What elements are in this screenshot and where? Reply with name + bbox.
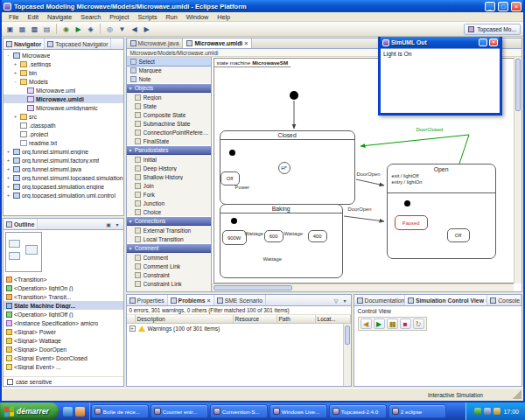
navigator-tree-item[interactable]: + org.funnel.simuml.engine — [4, 147, 123, 156]
palette-item[interactable]: Initial — [127, 155, 211, 164]
navigator-tree-item[interactable]: Microwave.uml — [4, 86, 123, 94]
maximize-button[interactable] — [498, 2, 508, 11]
tab-problems[interactable]: Problems — [168, 295, 214, 305]
resize-grip-icon[interactable] — [513, 390, 522, 399]
navigator-tree-item[interactable]: .project — [4, 130, 123, 138]
outline-item[interactable]: <Transition> Transit... — [4, 292, 123, 301]
column-description[interactable]: Description — [136, 315, 234, 323]
baking-initial-dot[interactable] — [231, 218, 237, 224]
debug-icon[interactable]: ◉ — [60, 24, 72, 35]
menu-item[interactable]: Help — [213, 13, 234, 21]
expander-icon[interactable]: + — [5, 192, 11, 198]
sim-run-icon[interactable]: ▶ — [374, 318, 385, 329]
palette-item[interactable]: Shallow History — [127, 172, 211, 181]
forward-icon[interactable]: ▶ — [141, 24, 152, 35]
column-path[interactable]: Path — [277, 315, 316, 323]
palette-item[interactable]: Local Transition — [127, 234, 211, 243]
palette-section-comment[interactable]: Comment — [127, 243, 211, 253]
save-icon[interactable]: ▦ — [17, 24, 28, 35]
palette-item[interactable]: Comment Link — [127, 262, 211, 270]
new-wizard-icon[interactable]: ▣ — [4, 24, 16, 35]
menu-item[interactable]: Edit — [24, 13, 43, 21]
outline-item[interactable]: <Signal> DoorOpen — [4, 345, 123, 354]
palette-tool[interactable]: Marquee — [127, 66, 211, 74]
expander-icon[interactable]: + — [5, 184, 11, 189]
outline-item[interactable]: <Operation> lightOn () — [4, 284, 123, 292]
tab-console[interactable]: Console — [487, 295, 522, 305]
column-resource[interactable]: Resource — [234, 315, 277, 323]
close-button[interactable] — [511, 2, 522, 11]
sim-pause-icon[interactable]: ▮▮ — [387, 318, 398, 329]
deep-history-pseudostate[interactable]: H* — [278, 162, 290, 174]
simuml-close-button[interactable] — [489, 38, 498, 46]
navigator-tree-item[interactable]: + src — [4, 112, 123, 121]
palette-item[interactable]: Region — [127, 93, 211, 102]
state-open[interactable]: Open exit / lightOff entry / lightOn — [387, 164, 496, 259]
tab-navigator[interactable]: Navigator — [4, 38, 45, 49]
transition-label-power[interactable]: Power — [235, 185, 249, 190]
palette-item[interactable]: Fork — [127, 190, 211, 199]
state-400[interactable]: 400 — [308, 230, 327, 242]
palette-item[interactable]: State — [127, 102, 211, 110]
outline-item[interactable]: <Signal Event> DoorClosed — [4, 354, 123, 362]
expander-icon[interactable]: + — [12, 70, 18, 75]
transition-label-wattage-1[interactable]: Wattage — [245, 231, 263, 236]
palette-item[interactable]: Junction — [127, 199, 211, 207]
window-titlebar[interactable]: Topcased Modeling Microwave/Models/Micro… — [2, 0, 523, 12]
taskbar-button[interactable]: Convention-S... — [210, 404, 268, 418]
palette-item[interactable]: Constraint — [127, 270, 211, 279]
tab-sme-scenario[interactable]: SME Scenario — [214, 295, 266, 305]
taskbar-button[interactable]: Boîte de réce... — [91, 404, 149, 418]
column-location[interactable]: Locat... — [316, 315, 351, 323]
palette-item[interactable]: Choice — [127, 207, 211, 216]
outline-item[interactable]: <Transition> — [4, 275, 123, 284]
palette-item[interactable]: Join — [127, 181, 211, 190]
open-initial-dot[interactable] — [404, 200, 410, 206]
scrollbar-thumb[interactable] — [345, 326, 350, 345]
navigator-tree-item[interactable]: Microwave.umldynamic — [4, 103, 123, 112]
close-tab-icon[interactable] — [207, 298, 211, 304]
last-edit-icon[interactable]: ▼ — [116, 24, 128, 35]
taskbar-button[interactable]: Windows Live... — [270, 404, 327, 418]
tab-properties[interactable]: Properties — [127, 295, 168, 305]
navigator-tree-item[interactable]: + org.funnel.simuml.java — [4, 164, 123, 173]
perspective-button[interactable]: Topcased Mo... — [464, 24, 521, 35]
menu-item[interactable]: Project — [105, 13, 133, 21]
external-tools-icon[interactable]: ◈ — [85, 24, 96, 35]
scrollbar-thumb[interactable] — [515, 59, 521, 111]
tab-documentation[interactable]: Documentation — [354, 295, 405, 305]
expander-icon[interactable]: + — [5, 158, 11, 163]
search-icon[interactable]: ◎ — [104, 24, 116, 35]
menu-item[interactable]: Navigate — [43, 13, 76, 21]
taskbar-button[interactable]: Courrier entr... — [150, 404, 208, 418]
sim-stop-icon[interactable]: ■ — [400, 318, 411, 329]
state-off-in-closed[interactable]: Off — [220, 172, 240, 186]
menu-item[interactable]: Run — [161, 13, 181, 21]
outline-item[interactable]: <Instance Specification> amicro — [4, 318, 123, 327]
expander-icon[interactable]: + — [12, 114, 18, 119]
expander-icon[interactable]: + — [12, 61, 18, 66]
state-machine-frame-label[interactable]: state machine MicrowaveSM — [214, 58, 297, 67]
security-shield-icon[interactable] — [474, 408, 481, 415]
collapse-all-icon[interactable]: ▣ — [105, 221, 113, 228]
menu-item[interactable]: File — [4, 13, 24, 21]
palette-item[interactable]: Submachine State — [127, 119, 211, 128]
palette-item[interactable]: Composite State — [127, 110, 211, 119]
navigator-tree-item[interactable]: Microwave.umldi — [4, 94, 123, 103]
transition-label-dooropen-1[interactable]: DoorOpen — [357, 172, 381, 177]
navigator-tree-item[interactable]: + org.funnel.simuml.factory.xmf — [4, 156, 123, 164]
palette-item[interactable]: Deep History — [127, 164, 211, 172]
palette-section-objects[interactable]: Objects — [127, 83, 211, 93]
scrollbar-thumb[interactable] — [214, 285, 292, 290]
taskbar-button[interactable]: 2 eclipse — [388, 404, 446, 418]
palette-item[interactable]: ConnectionPointReference — [127, 128, 211, 136]
transition-label-doorclosed[interactable]: DoorClosed — [416, 127, 444, 132]
palette-section-connections[interactable]: Connections — [127, 216, 211, 226]
navigator-tree-item[interactable]: + bin — [4, 68, 123, 77]
problems-warnings-group-row[interactable]: Warnings (100 of 301 items) — [127, 324, 351, 332]
simuml-titlebar[interactable]: SimUML Out — [381, 37, 500, 48]
initial-state-dot[interactable] — [290, 91, 298, 100]
taskbar-button[interactable]: Topcased-2.4.0 — [329, 404, 387, 418]
navigator-tree-item[interactable]: .classpath — [4, 121, 123, 130]
palette-item[interactable]: Comment — [127, 253, 211, 262]
